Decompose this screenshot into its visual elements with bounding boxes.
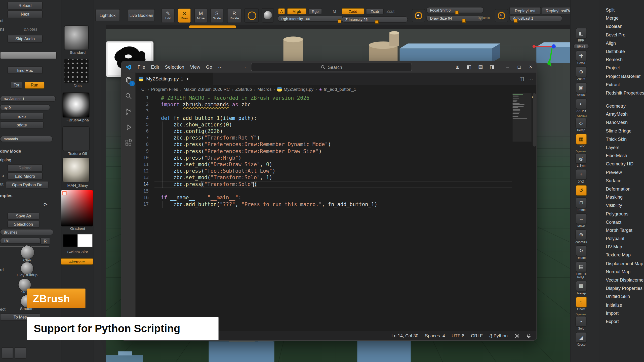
shelf-actual[interactable]: ▣Actual <box>576 82 587 97</box>
shelf-rotate[interactable]: ↻Rotate <box>576 245 587 260</box>
menu-polypaint[interactable]: Polypaint <box>599 234 644 243</box>
cutoff-tile[interactable] <box>15 347 26 359</box>
color-picker[interactable] <box>61 190 93 227</box>
end-macro-button[interactable]: End Macro <box>7 172 43 180</box>
code-line-13[interactable]: zbc.set_mod("Transform:Solo", 1) <box>154 174 512 181</box>
scale-button[interactable]: S Scale <box>210 8 223 23</box>
menu-bevel-pro[interactable]: Bevel Pro <box>599 31 644 39</box>
shelf-ghost[interactable]: ◌Ghost <box>576 297 587 311</box>
live-boolean-button[interactable]: Live Boolean <box>128 9 155 21</box>
status-python[interactable]: {} Python <box>489 333 508 338</box>
code-line-1[interactable]: # ZBRUSH MACRO - Recorded in ZBrush vers… <box>154 95 512 101</box>
shelf-transp[interactable]: ▩Transp <box>576 281 587 295</box>
open-python-button[interactable]: Open Python Do <box>6 181 49 188</box>
actions-slider[interactable]: ow Actions 1 <box>0 96 56 102</box>
explorer-icon[interactable]: 1 <box>124 76 133 85</box>
menu-merge[interactable]: Merge <box>599 14 644 22</box>
brushes-control[interactable]: Brushes <box>0 229 53 235</box>
shelf-toggle[interactable]: ↺ <box>576 185 587 196</box>
toggle-secondary-sidebar-icon[interactable]: ◨ <box>486 61 498 73</box>
lightbox-button[interactable]: LightBox <box>95 9 120 21</box>
command-center-search[interactable]: Search <box>251 63 412 71</box>
shelf-l-sym[interactable]: Dynamic◎L.Sym <box>576 150 587 167</box>
feedback-icon[interactable] <box>514 333 519 338</box>
menu-edit[interactable]: Edit <box>148 61 162 73</box>
code-line-17[interactable]: zbc.add_button("???", "Press to run this… <box>154 201 512 208</box>
shelf-slider[interactable]: SPix 3 <box>573 44 589 49</box>
code-line-8[interactable]: zbc.press("Preferences:Draw:Remember Dyn… <box>154 141 512 148</box>
adjust-last-slider[interactable]: AdjustLast 1 <box>509 15 562 21</box>
z-intensity-slider[interactable]: Z Intensity 25 <box>342 16 408 22</box>
txt-button[interactable]: Txt <box>11 82 22 89</box>
code-line-9[interactable]: zbc.press("Preferences:Draw:Remember Dra… <box>154 148 512 155</box>
texture-thumb[interactable] <box>62 126 90 151</box>
menu-unified-skin[interactable]: Unified Skin <box>599 292 644 301</box>
shelf-frame[interactable]: □Frame <box>576 197 587 212</box>
close-button[interactable]: × <box>525 61 537 73</box>
menu-fibermesh[interactable]: FiberMesh <box>599 152 644 160</box>
code-line-14[interactable]: zbc.press("Transform:Solo") <box>154 181 512 188</box>
menu-view[interactable]: View <box>187 61 203 73</box>
menu-morph-target[interactable]: Morph Target <box>599 226 644 234</box>
alpha-thumb[interactable] <box>62 92 90 118</box>
code-editor[interactable]: 1234567891011121314151617 # ZBRUSH MACRO… <box>136 93 536 331</box>
menu-slime-bridge[interactable]: Slime Bridge <box>599 127 644 135</box>
menu-extract[interactable]: Extract <box>599 80 644 88</box>
refresh-icon[interactable]: ⟳ <box>44 202 48 208</box>
code-line-7[interactable]: zbc.press("Transform:Rot Y") <box>154 135 512 141</box>
code-line-11[interactable]: zbc.set_mod("Draw:Draw Size", 0) <box>154 161 512 168</box>
shelf-persp[interactable]: Dynamic◇Persp <box>576 115 587 132</box>
code-line-12[interactable]: zbc.press("Tool:SubTool:All Low") <box>154 168 512 174</box>
slider-knob[interactable] <box>462 19 466 23</box>
menu-thick-skin[interactable]: Thick Skin <box>599 135 644 143</box>
menu-geometry-hd[interactable]: Geometry HD <box>599 160 644 168</box>
vscode-titlebar[interactable]: FileEditSelectionViewGo··· ← → Search ⊞ … <box>122 61 536 73</box>
customize-layout-icon[interactable]: ⊞ <box>452 61 463 73</box>
breadcrumb-item-zstartup[interactable]: ZStartup <box>235 86 252 92</box>
menu-polygroups[interactable]: Polygroups <box>599 209 644 218</box>
end-rec-button[interactable]: End Rec <box>7 66 43 74</box>
menu-project[interactable]: Project <box>599 64 644 72</box>
menu-boolean[interactable]: Boolean <box>599 22 644 31</box>
status-utf-8[interactable]: UTF-8 <box>452 333 464 338</box>
rotate-button[interactable]: R Rotate <box>227 8 242 23</box>
code-line-10[interactable]: zbc.press("Draw:Mrgb") <box>154 155 512 161</box>
nav-back-icon[interactable]: ← <box>240 64 252 70</box>
menu-uv-map[interactable]: UV Map <box>599 243 644 251</box>
run-button[interactable]: Run <box>25 82 44 89</box>
next-button[interactable]: Next <box>7 10 43 18</box>
r-button[interactable]: R <box>40 238 50 245</box>
menu-arraymesh[interactable]: ArrayMesh <box>599 110 644 118</box>
breadcrumb-item-macros[interactable]: Macros <box>257 86 271 92</box>
stroke-button[interactable]: roke <box>0 113 44 120</box>
run-debug-icon[interactable] <box>124 123 133 132</box>
menu-layers[interactable]: Layers <box>599 143 644 152</box>
toggle-sidebar-icon[interactable]: ◧ <box>463 61 475 73</box>
menu-contact[interactable]: Contact <box>599 218 644 226</box>
shelf-zoom3d[interactable]: ⊕Zoom3D <box>575 230 587 244</box>
breadcrumb-item-maxon-zbrush-2026-rc[interactable]: Maxon ZBrush 2026 RC <box>184 86 230 92</box>
menu-vector-displacement[interactable]: Vector Displacement <box>599 276 644 284</box>
replay-last-button[interactable]: ReplayLast <box>509 7 541 14</box>
select-icon-button[interactable]: SelectIcon <box>7 221 39 228</box>
draw-size-slider[interactable]: Draw Size 64 <box>426 15 484 21</box>
menu-selection[interactable]: Selection <box>162 61 187 73</box>
menu-split[interactable]: Split <box>599 6 644 14</box>
reload-script-button[interactable]: Reload <box>7 164 43 171</box>
extensions-icon[interactable] <box>124 138 133 147</box>
maximize-button[interactable]: □ <box>513 61 525 73</box>
menu-item[interactable]: ··· <box>215 61 226 73</box>
source-control-icon[interactable] <box>124 107 133 116</box>
code-line-15[interactable] <box>154 188 512 194</box>
commands-control[interactable]: mmands <box>0 136 53 142</box>
zadd-toggle[interactable]: Zadd <box>342 8 364 14</box>
skip-audio-button[interactable]: Skip Audio <box>7 35 43 43</box>
status-spaces-4[interactable]: Spaces: 4 <box>425 333 445 338</box>
shelf-line-fill-polyf[interactable]: ▤Line Fill PolyF <box>572 261 590 279</box>
split-editor-icon[interactable]: ◫ <box>519 76 524 82</box>
status-crlf[interactable]: CRLF <box>471 333 483 338</box>
a-toggle[interactable]: A <box>278 8 285 14</box>
tab-myzsettings[interactable]: MyZSettings.py 1 ● <box>136 73 213 85</box>
shelf-floor[interactable]: ▦Floor <box>576 134 587 148</box>
more-actions-icon[interactable]: ··· <box>528 76 533 82</box>
